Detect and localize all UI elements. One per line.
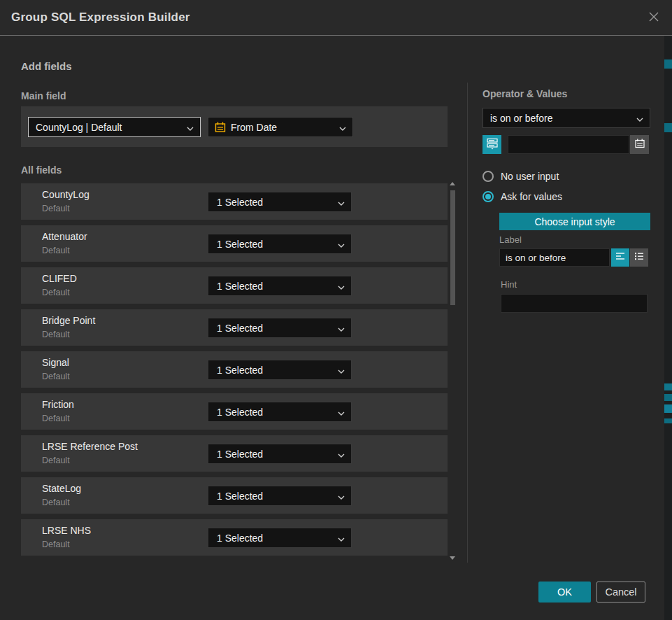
field-subtitle: Default [42, 540, 70, 549]
field-row: Bridge Point Default 1 Selected [21, 309, 448, 346]
ok-button[interactable]: OK [538, 582, 591, 603]
single-line-style-button[interactable] [611, 248, 629, 267]
hint-input[interactable] [501, 294, 648, 313]
scroll-up-arrow-icon[interactable] [450, 182, 455, 185]
add-fields-heading: Add fields [21, 60, 72, 72]
group-sql-expression-builder-dialog: Group SQL Expression Builder Add fields … [0, 0, 664, 620]
field-selection-dropdown[interactable]: 1 Selected [208, 276, 352, 296]
field-name: CountyLog [42, 189, 90, 200]
field-selection-dropdown[interactable]: 1 Selected [208, 444, 352, 464]
field-subtitle: Default [42, 288, 70, 297]
field-selection-value: 1 Selected [217, 491, 263, 502]
main-field-panel: CountyLog | Default From Date [21, 106, 448, 147]
field-row: CountyLog Default 1 Selected [21, 183, 448, 220]
field-name: LRSE Reference Post [42, 441, 138, 452]
radio-unselected-icon [482, 171, 494, 182]
align-left-icon [615, 251, 626, 265]
chevron-down-icon [338, 281, 345, 292]
date-picker-button[interactable] [630, 135, 649, 154]
field-row: CLIFED Default 1 Selected [21, 267, 448, 304]
field-selection-dropdown[interactable]: 1 Selected [208, 528, 352, 548]
close-icon [647, 10, 661, 27]
label-input[interactable] [499, 248, 610, 267]
field-selection-dropdown[interactable]: 1 Selected [208, 318, 352, 338]
calendar-icon [634, 138, 645, 152]
field-row: Signal Default 1 Selected [21, 351, 448, 388]
field-name: Attenuator [42, 231, 87, 242]
field-subtitle: Default [42, 456, 70, 465]
all-fields-heading: All fields [21, 164, 62, 176]
date-value-input[interactable] [508, 135, 629, 154]
field-selection-dropdown[interactable]: 1 Selected [208, 234, 352, 254]
field-name: Signal [42, 357, 69, 368]
dialog-titlebar: Group SQL Expression Builder [0, 0, 672, 36]
field-name: LRSE NHS [42, 525, 91, 536]
field-selection-dropdown[interactable]: 1 Selected [208, 192, 352, 212]
field-row: Attenuator Default 1 Selected [21, 225, 448, 262]
main-field-heading: Main field [21, 90, 66, 101]
field-name: CLIFED [42, 273, 77, 284]
field-row: LRSE Reference Post Default 1 Selected [21, 435, 448, 472]
scroll-down-arrow-icon[interactable] [450, 556, 455, 560]
field-subtitle: Default [42, 372, 70, 381]
ask-for-values-radio[interactable]: Ask for values [482, 191, 562, 202]
no-user-input-radio[interactable]: No user input [482, 171, 559, 182]
edge-fragment [664, 123, 672, 132]
combobox-icon [486, 137, 499, 153]
field-dropdown-value: From Date [231, 122, 277, 133]
panel-divider [467, 83, 468, 563]
field-selection-dropdown[interactable]: 1 Selected [208, 360, 352, 380]
chevron-down-icon [338, 449, 345, 460]
chevron-down-icon [338, 407, 345, 418]
edge-fragment [664, 404, 672, 413]
chevron-down-icon [636, 113, 643, 124]
scrollbar-thumb[interactable] [450, 190, 455, 305]
field-name: Bridge Point [42, 315, 95, 326]
field-selection-dropdown[interactable]: 1 Selected [208, 402, 352, 422]
chevron-down-icon [338, 533, 345, 544]
chevron-down-icon [338, 491, 345, 502]
dataset-dropdown[interactable]: CountyLog | Default [28, 117, 201, 137]
bulleted-list-icon [634, 251, 645, 265]
field-dropdown[interactable]: From Date [208, 117, 353, 137]
cancel-button[interactable]: Cancel [596, 582, 645, 603]
operator-dropdown[interactable]: is on or before [482, 108, 650, 128]
background-page-edge [664, 0, 672, 620]
chevron-down-icon [338, 323, 345, 334]
calendar-icon [214, 121, 227, 136]
chevron-down-icon [338, 239, 345, 250]
field-selection-value: 1 Selected [217, 323, 263, 334]
field-selection-value: 1 Selected [217, 407, 263, 418]
edge-fragment [664, 383, 672, 390]
edge-fragment [664, 59, 672, 69]
label-caption: Label [499, 234, 522, 245]
operator-dropdown-value: is on or before [490, 113, 553, 124]
field-subtitle: Default [42, 204, 70, 213]
dataset-dropdown-value: CountyLog | Default [36, 122, 122, 133]
input-type-toggle-button[interactable] [482, 135, 501, 154]
chevron-down-icon [338, 365, 345, 376]
chevron-down-icon [338, 197, 345, 208]
no-user-input-label: No user input [501, 171, 559, 182]
chevron-down-icon [187, 122, 194, 133]
ask-for-values-label: Ask for values [501, 191, 562, 202]
field-name: Friction [42, 399, 74, 410]
field-selection-value: 1 Selected [217, 239, 263, 250]
field-selection-dropdown[interactable]: 1 Selected [208, 486, 352, 506]
hint-caption: Hint [501, 279, 517, 290]
field-row: Friction Default 1 Selected [21, 393, 448, 430]
field-subtitle: Default [42, 330, 70, 339]
all-fields-scrollbar[interactable] [448, 179, 457, 563]
field-selection-value: 1 Selected [217, 197, 263, 208]
edge-fragment [664, 394, 672, 401]
field-selection-value: 1 Selected [217, 533, 263, 544]
choose-input-style-button[interactable]: Choose input style [499, 213, 650, 230]
chevron-down-icon [339, 122, 346, 133]
field-row: LRSE NHS Default 1 Selected [21, 519, 448, 556]
list-style-button[interactable] [630, 248, 648, 267]
field-row: StateLog Default 1 Selected [21, 477, 448, 514]
close-button[interactable] [643, 8, 664, 28]
field-selection-value: 1 Selected [217, 281, 263, 292]
field-name: StateLog [42, 483, 81, 494]
radio-selected-icon [482, 191, 494, 202]
